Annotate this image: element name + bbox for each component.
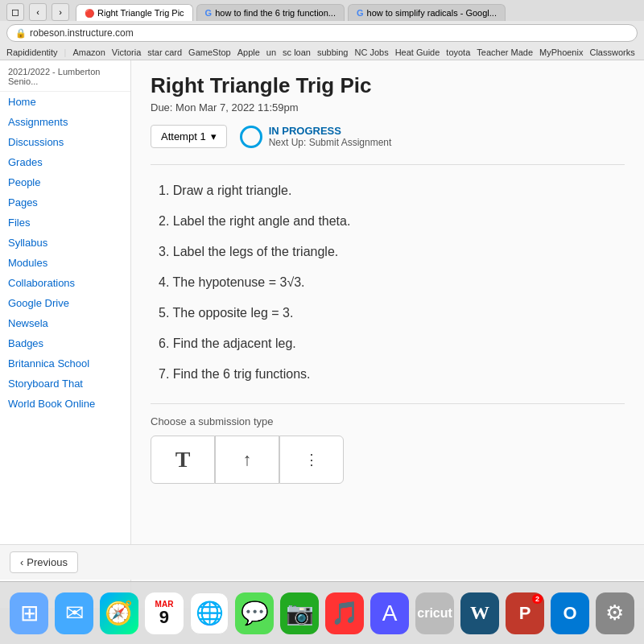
assignment-title: Right Triangle Trig Pic [151, 73, 625, 98]
bookmark-apple[interactable]: Apple [237, 47, 260, 57]
macos-dock: ⊞ ✉ 🧭 MAR 9 🌐 💬 📷 🎵 A cricut W P 2 O ⚙ [0, 581, 644, 644]
tab-right-triangle[interactable]: 🔴 Right Triangle Trig Pic [76, 4, 193, 21]
sidebar-item-assignments[interactable]: Assignments [0, 112, 130, 132]
bookmark-un[interactable]: un [266, 47, 276, 57]
sidebar-item-storyboard[interactable]: Storyboard That [0, 374, 130, 394]
sidebar-item-grades[interactable]: Grades [0, 152, 130, 172]
attempt-chevron: ▾ [211, 130, 217, 142]
settings-icon: ⚙ [605, 601, 624, 625]
tab-google-trig[interactable]: G how to find the 6 trig function... [196, 4, 345, 21]
cricut-icon: cricut [417, 606, 452, 621]
sidebar-item-modules[interactable]: Modules [0, 253, 130, 273]
bookmark-classworks[interactable]: Classworks [589, 47, 634, 57]
bookmark-gamestop[interactable]: GameStop [188, 47, 231, 57]
dock-settings[interactable]: ⚙ [596, 592, 634, 634]
previous-button[interactable]: ‹ Previous [10, 551, 78, 573]
upload-submission-button[interactable]: ↑ [215, 436, 279, 484]
sidebar-item-britannica[interactable]: Britannica School [0, 353, 130, 374]
dock-music[interactable]: 🎵 [325, 592, 364, 634]
bookmark-victoria[interactable]: Victoria [112, 47, 141, 57]
more-submission-button[interactable]: ⋮ [279, 436, 344, 484]
dock-appstore[interactable]: A [370, 592, 409, 634]
browser-chrome: ◻ ‹ › 🔴 Right Triangle Trig Pic G how to… [0, 0, 644, 60]
forward-back[interactable]: ‹ [29, 3, 47, 21]
chrome-icon: 🌐 [196, 600, 224, 626]
outlook-icon: O [563, 603, 576, 624]
bookmark-subbing[interactable]: subbing [317, 47, 349, 57]
progress-text: IN PROGRESS Next Up: Submit Assignment [269, 125, 392, 148]
sidebar-item-home[interactable]: Home [0, 92, 130, 112]
music-icon: 🎵 [331, 600, 359, 626]
dock-word[interactable]: W [460, 592, 499, 634]
submission-label: Choose a submission type [151, 415, 625, 427]
progress-circle-icon [240, 126, 262, 148]
appstore-icon: A [382, 601, 398, 626]
dock-messages[interactable]: 💬 [235, 592, 274, 634]
instruction-3: 3. Label the legs of the triangle. [159, 242, 617, 262]
content-divider [151, 164, 625, 165]
sidebar: 2021/2022 - Lumberton Senio... Home Assi… [0, 60, 131, 608]
bookmark-heatguide[interactable]: Heat Guide [395, 47, 440, 57]
dock-calendar[interactable]: MAR 9 [145, 592, 184, 634]
bookmark-rapididentity[interactable]: Rapididentity [6, 47, 58, 57]
dock-mail[interactable]: ✉ [55, 592, 93, 634]
forward-button[interactable]: › [52, 3, 69, 21]
in-progress-label: IN PROGRESS [269, 125, 392, 137]
attempt-label: Attempt 1 [161, 130, 206, 142]
instruction-2: 2. Label the right angle and theta. [159, 212, 617, 231]
sidebar-item-discussions[interactable]: Discussions [0, 132, 130, 152]
facetime-icon: 📷 [286, 600, 314, 626]
prev-label: Previous [27, 556, 68, 568]
dock-cricut[interactable]: cricut [415, 592, 454, 634]
bookmark-myphoenix[interactable]: MyPhoenix [539, 47, 583, 57]
tab-label-3: how to simplify radicals - Googl... [367, 8, 497, 18]
bookmark-amazon[interactable]: Amazon [72, 47, 105, 57]
back-button[interactable]: ◻ [6, 3, 24, 21]
sidebar-item-pages[interactable]: Pages [0, 192, 130, 213]
sidebar-item-badges[interactable]: Badges [0, 333, 130, 353]
tab-favicon-1: 🔴 [85, 9, 94, 18]
mail-icon: ✉ [65, 600, 84, 626]
instruction-1: 1. Draw a right triangle. [159, 181, 617, 200]
dock-safari[interactable]: 🧭 [100, 592, 138, 634]
text-submission-button[interactable]: T [151, 436, 215, 484]
bookmark-ncjobs[interactable]: NC Jobs [354, 47, 388, 57]
tab-favicon-3: G [357, 8, 364, 18]
tab-google-radicals[interactable]: G how to simplify radicals - Googl... [348, 4, 506, 21]
finder-icon: ⊞ [20, 600, 39, 626]
sidebar-item-files[interactable]: Files [0, 213, 130, 233]
dock-outlook[interactable]: O [551, 592, 589, 634]
tabs-bar: ◻ ‹ › 🔴 Right Triangle Trig Pic G how to… [0, 0, 644, 21]
instruction-4: 4. The hypotenuse = 3√3. [159, 273, 617, 292]
instruction-6: 6. Find the adjacent leg. [159, 334, 617, 353]
dock-chrome[interactable]: 🌐 [190, 592, 229, 634]
address-bar[interactable]: 🔒 robeson.instructure.com [6, 24, 638, 42]
instruction-7: 7. Find the 6 trig functions. [159, 365, 617, 384]
bookmark-scloan[interactable]: sc loan [283, 47, 311, 57]
address-text: robeson.instructure.com [30, 27, 134, 39]
powerpoint-badge: 2 [532, 594, 543, 604]
sidebar-item-people[interactable]: People [0, 172, 130, 192]
word-icon: W [470, 602, 489, 624]
lock-icon: 🔒 [15, 28, 27, 39]
text-icon: T [175, 447, 191, 473]
upload-icon: ↑ [243, 449, 252, 470]
sidebar-item-worldbook[interactable]: World Book Online [0, 394, 130, 414]
dock-facetime[interactable]: 📷 [280, 592, 319, 634]
sidebar-item-newsela[interactable]: Newsela [0, 313, 130, 333]
instruction-5: 5. The opposite leg = 3. [159, 303, 617, 323]
more-icon: ⋮ [304, 451, 319, 469]
sidebar-item-collaborations[interactable]: Collaborations [0, 273, 130, 293]
bookmark-teachermade[interactable]: Teacher Made [477, 47, 533, 57]
bookmark-toyota[interactable]: toyota [446, 47, 470, 57]
bookmark-starcard[interactable]: star card [147, 47, 182, 57]
next-up-label: Next Up: Submit Assignment [269, 137, 392, 148]
sidebar-item-google-drive[interactable]: Google Drive [0, 293, 130, 313]
instructions-list: 1. Draw a right triangle. 2. Label the r… [151, 181, 625, 384]
sidebar-course: 2021/2022 - Lumberton Senio... [0, 64, 130, 92]
dock-powerpoint[interactable]: P 2 [506, 592, 544, 634]
dock-calendar-day: 9 [159, 609, 169, 626]
attempt-select[interactable]: Attempt 1 ▾ [151, 125, 227, 148]
dock-finder[interactable]: ⊞ [10, 592, 48, 634]
sidebar-item-syllabus[interactable]: Syllabus [0, 233, 130, 253]
